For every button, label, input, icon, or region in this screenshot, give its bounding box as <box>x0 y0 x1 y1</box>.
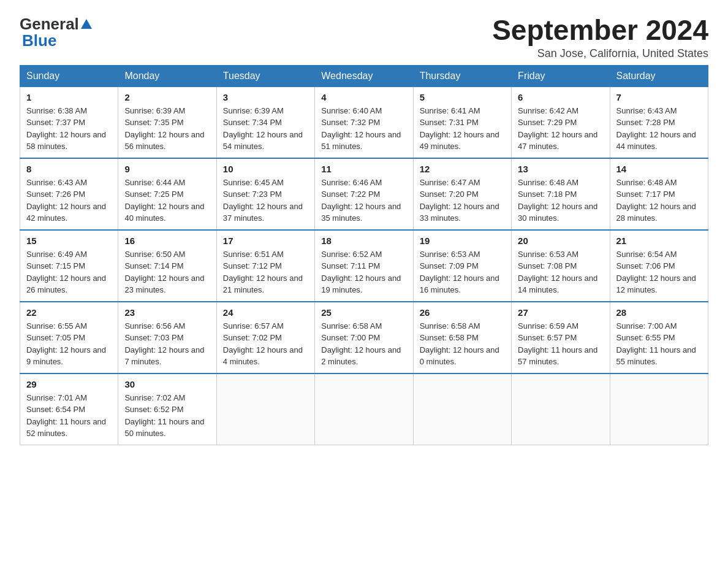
table-row: 8 Sunrise: 6:43 AMSunset: 7:26 PMDayligh… <box>20 158 118 230</box>
table-row: 1 Sunrise: 6:38 AMSunset: 7:37 PMDayligh… <box>20 86 118 158</box>
calendar-week-row: 29 Sunrise: 7:01 AMSunset: 6:54 PMDaylig… <box>20 373 708 445</box>
day-info: Sunrise: 6:43 AMSunset: 7:28 PMDaylight:… <box>616 106 696 151</box>
day-number: 6 <box>518 92 603 102</box>
day-number: 16 <box>124 236 210 246</box>
table-row: 6 Sunrise: 6:42 AMSunset: 7:29 PMDayligh… <box>512 86 610 158</box>
day-number: 22 <box>26 307 112 318</box>
table-row: 26 Sunrise: 6:58 AMSunset: 6:58 PMDaylig… <box>413 302 511 373</box>
day-info: Sunrise: 6:43 AMSunset: 7:26 PMDaylight:… <box>26 178 106 223</box>
day-info: Sunrise: 6:39 AMSunset: 7:34 PMDaylight:… <box>223 106 303 151</box>
day-number: 10 <box>223 164 308 174</box>
calendar-table: Sunday Monday Tuesday Wednesday Thursday… <box>20 65 708 445</box>
day-info: Sunrise: 6:53 AMSunset: 7:08 PMDaylight:… <box>518 250 597 295</box>
table-row: 18 Sunrise: 6:52 AMSunset: 7:11 PMDaylig… <box>315 230 413 302</box>
day-number: 17 <box>223 236 308 246</box>
day-info: Sunrise: 6:41 AMSunset: 7:31 PMDaylight:… <box>420 106 499 151</box>
table-row: 11 Sunrise: 6:46 AMSunset: 7:22 PMDaylig… <box>315 158 413 230</box>
table-row: 14 Sunrise: 6:48 AMSunset: 7:17 PMDaylig… <box>610 158 708 230</box>
day-info: Sunrise: 6:49 AMSunset: 7:15 PMDaylight:… <box>26 250 106 295</box>
day-info: Sunrise: 6:52 AMSunset: 7:11 PMDaylight:… <box>321 250 401 295</box>
col-tuesday: Tuesday <box>216 65 314 86</box>
table-row: 25 Sunrise: 6:58 AMSunset: 7:00 PMDaylig… <box>315 302 413 373</box>
calendar-header-row: Sunday Monday Tuesday Wednesday Thursday… <box>20 65 708 86</box>
calendar-week-row: 22 Sunrise: 6:55 AMSunset: 7:05 PMDaylig… <box>20 302 708 373</box>
day-number: 1 <box>26 92 112 102</box>
day-info: Sunrise: 6:40 AMSunset: 7:32 PMDaylight:… <box>321 106 401 151</box>
day-info: Sunrise: 6:39 AMSunset: 7:35 PMDaylight:… <box>124 106 204 151</box>
table-row <box>216 373 314 445</box>
day-info: Sunrise: 6:38 AMSunset: 7:37 PMDaylight:… <box>26 106 106 151</box>
day-number: 9 <box>124 164 210 174</box>
col-wednesday: Wednesday <box>315 65 413 86</box>
day-info: Sunrise: 6:58 AMSunset: 7:00 PMDaylight:… <box>321 321 401 367</box>
day-number: 18 <box>321 236 406 246</box>
day-number: 2 <box>124 92 210 102</box>
day-info: Sunrise: 6:57 AMSunset: 7:02 PMDaylight:… <box>223 321 303 367</box>
table-row: 16 Sunrise: 6:50 AMSunset: 7:14 PMDaylig… <box>118 230 216 302</box>
day-number: 15 <box>26 236 112 246</box>
col-thursday: Thursday <box>413 65 511 86</box>
day-info: Sunrise: 6:59 AMSunset: 6:57 PMDaylight:… <box>518 321 597 367</box>
table-row: 29 Sunrise: 7:01 AMSunset: 6:54 PMDaylig… <box>20 373 118 445</box>
table-row: 17 Sunrise: 6:51 AMSunset: 7:12 PMDaylig… <box>216 230 314 302</box>
location-text: San Jose, California, United States <box>492 47 708 60</box>
logo: General Blue <box>20 15 94 50</box>
table-row: 12 Sunrise: 6:47 AMSunset: 7:20 PMDaylig… <box>413 158 511 230</box>
day-number: 19 <box>420 236 505 246</box>
month-title: September 2024 <box>492 15 708 46</box>
table-row: 3 Sunrise: 6:39 AMSunset: 7:34 PMDayligh… <box>216 86 314 158</box>
table-row: 22 Sunrise: 6:55 AMSunset: 7:05 PMDaylig… <box>20 302 118 373</box>
table-row: 4 Sunrise: 6:40 AMSunset: 7:32 PMDayligh… <box>315 86 413 158</box>
day-info: Sunrise: 7:02 AMSunset: 6:52 PMDaylight:… <box>124 393 204 439</box>
day-info: Sunrise: 7:00 AMSunset: 6:55 PMDaylight:… <box>616 321 696 367</box>
calendar-week-row: 1 Sunrise: 6:38 AMSunset: 7:37 PMDayligh… <box>20 86 708 158</box>
day-info: Sunrise: 6:56 AMSunset: 7:03 PMDaylight:… <box>124 321 204 367</box>
day-number: 5 <box>420 92 505 102</box>
day-number: 29 <box>26 379 112 389</box>
table-row: 13 Sunrise: 6:48 AMSunset: 7:18 PMDaylig… <box>512 158 610 230</box>
svg-marker-0 <box>81 19 92 29</box>
col-friday: Friday <box>512 65 610 86</box>
table-row: 19 Sunrise: 6:53 AMSunset: 7:09 PMDaylig… <box>413 230 511 302</box>
logo-blue-text: Blue <box>22 31 56 50</box>
table-row <box>413 373 511 445</box>
day-number: 8 <box>26 164 112 174</box>
table-row <box>315 373 413 445</box>
day-info: Sunrise: 6:53 AMSunset: 7:09 PMDaylight:… <box>420 250 499 295</box>
col-saturday: Saturday <box>610 65 708 86</box>
page-header: General Blue September 2024 San Jose, Ca… <box>20 15 708 60</box>
table-row: 15 Sunrise: 6:49 AMSunset: 7:15 PMDaylig… <box>20 230 118 302</box>
table-row: 23 Sunrise: 6:56 AMSunset: 7:03 PMDaylig… <box>118 302 216 373</box>
table-row: 20 Sunrise: 6:53 AMSunset: 7:08 PMDaylig… <box>512 230 610 302</box>
logo-triangle-icon <box>80 18 93 31</box>
day-info: Sunrise: 6:51 AMSunset: 7:12 PMDaylight:… <box>223 250 303 295</box>
col-sunday: Sunday <box>20 65 118 86</box>
day-number: 25 <box>321 307 406 318</box>
table-row: 7 Sunrise: 6:43 AMSunset: 7:28 PMDayligh… <box>610 86 708 158</box>
day-info: Sunrise: 6:55 AMSunset: 7:05 PMDaylight:… <box>26 321 106 367</box>
table-row: 10 Sunrise: 6:45 AMSunset: 7:23 PMDaylig… <box>216 158 314 230</box>
table-row: 28 Sunrise: 7:00 AMSunset: 6:55 PMDaylig… <box>610 302 708 373</box>
table-row <box>610 373 708 445</box>
calendar-week-row: 8 Sunrise: 6:43 AMSunset: 7:26 PMDayligh… <box>20 158 708 230</box>
day-number: 3 <box>223 92 308 102</box>
day-info: Sunrise: 6:48 AMSunset: 7:17 PMDaylight:… <box>616 178 696 223</box>
day-info: Sunrise: 7:01 AMSunset: 6:54 PMDaylight:… <box>26 393 106 439</box>
day-number: 30 <box>124 379 210 389</box>
day-number: 21 <box>616 236 702 246</box>
table-row <box>512 373 610 445</box>
table-row: 5 Sunrise: 6:41 AMSunset: 7:31 PMDayligh… <box>413 86 511 158</box>
day-number: 26 <box>420 307 505 318</box>
day-number: 7 <box>616 92 702 102</box>
day-number: 23 <box>124 307 210 318</box>
calendar-week-row: 15 Sunrise: 6:49 AMSunset: 7:15 PMDaylig… <box>20 230 708 302</box>
day-info: Sunrise: 6:58 AMSunset: 6:58 PMDaylight:… <box>420 321 499 367</box>
day-info: Sunrise: 6:44 AMSunset: 7:25 PMDaylight:… <box>124 178 204 223</box>
day-info: Sunrise: 6:54 AMSunset: 7:06 PMDaylight:… <box>616 250 696 295</box>
table-row: 30 Sunrise: 7:02 AMSunset: 6:52 PMDaylig… <box>118 373 216 445</box>
day-number: 20 <box>518 236 603 246</box>
day-number: 28 <box>616 307 702 318</box>
day-number: 14 <box>616 164 702 174</box>
day-number: 27 <box>518 307 603 318</box>
day-info: Sunrise: 6:47 AMSunset: 7:20 PMDaylight:… <box>420 178 499 223</box>
